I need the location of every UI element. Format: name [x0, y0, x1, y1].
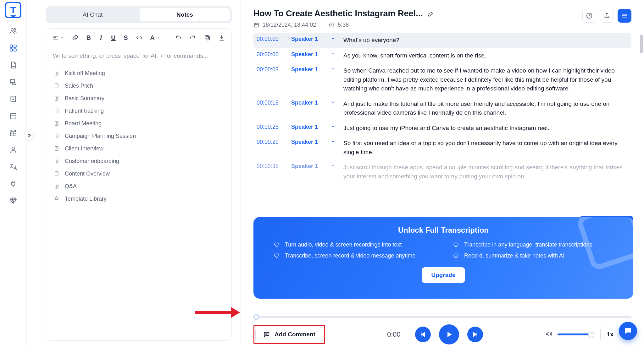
template-item[interactable]: Customer onboarding — [49, 155, 228, 167]
timestamp[interactable]: 00:00:00 — [257, 51, 286, 60]
textcolor-tool[interactable]: A — [150, 33, 160, 42]
template-label: Content Overview — [65, 171, 110, 177]
undo-tool[interactable] — [175, 33, 182, 42]
copy-tool[interactable] — [204, 33, 211, 42]
scrollbar-thumb[interactable] — [640, 35, 643, 53]
svg-rect-10 — [206, 36, 209, 40]
svg-point-0 — [11, 29, 14, 31]
speaker-select[interactable]: Speaker 1 — [291, 36, 323, 45]
svg-rect-11 — [205, 35, 208, 39]
chevron-down-icon[interactable] — [328, 100, 338, 117]
language-icon[interactable] — [9, 163, 17, 171]
strike-tool[interactable]: S — [123, 33, 128, 42]
template-item[interactable]: Sales Pitch — [49, 79, 228, 92]
header-actions — [582, 9, 631, 23]
diamond-icon[interactable] — [9, 197, 17, 205]
paragraph-menu[interactable] — [52, 33, 64, 42]
template-label: Sales Pitch — [65, 83, 93, 89]
history-button[interactable] — [582, 9, 596, 23]
transcript-text: As you know, short form vertical content… — [343, 51, 626, 60]
banner-feature: Turn audio, video & screen recordings in… — [274, 241, 434, 248]
template-item[interactable]: Basic Summary — [49, 92, 228, 105]
transcript-pane: How To Create Aesthetic Instagram Reel..… — [241, 0, 644, 347]
editor-placeholder[interactable]: Write something, or press 'space' for AI… — [46, 47, 231, 65]
document-icon[interactable] — [9, 61, 17, 69]
progress-bar[interactable] — [253, 312, 631, 322]
underline-tool[interactable]: U — [111, 33, 116, 42]
plugin-icon[interactable] — [9, 180, 17, 188]
template-item[interactable]: Campaign Planning Session — [49, 130, 228, 142]
svg-rect-2 — [10, 45, 13, 47]
transcript-row[interactable]: 00:00:00Speaker 1As you know, short form… — [253, 48, 631, 63]
edit-title-icon[interactable] — [427, 10, 434, 17]
svg-rect-22 — [254, 23, 258, 27]
volume-icon[interactable] — [545, 330, 552, 339]
template-item[interactable]: Q&A — [49, 180, 228, 192]
volume-slider[interactable] — [558, 333, 592, 335]
chevron-down-icon[interactable] — [328, 51, 338, 60]
timestamp[interactable]: 00:00:25 — [257, 124, 286, 133]
timestamp[interactable]: 00:00:29 — [257, 139, 286, 157]
download-notes-tool[interactable] — [218, 33, 225, 42]
speaker-select[interactable]: Speaker 1 — [291, 124, 323, 133]
profile-icon[interactable] — [9, 146, 17, 154]
template-item[interactable]: Kick off Meeting — [49, 67, 228, 79]
timestamp[interactable]: 00:00:18 — [257, 100, 286, 117]
template-item[interactable]: Client Interview — [49, 142, 228, 155]
speaker-select[interactable]: Speaker 1 — [291, 139, 323, 157]
chevron-down-icon[interactable] — [328, 163, 338, 181]
calendar-icon[interactable] — [9, 112, 17, 120]
speaker-select[interactable]: Speaker 1 — [291, 163, 323, 181]
svg-point-1 — [14, 29, 16, 30]
bold-tool[interactable]: B — [86, 33, 91, 42]
upgrade-button[interactable]: Upgrade — [422, 267, 465, 283]
chat-fab[interactable] — [619, 322, 637, 340]
people-icon[interactable] — [9, 27, 17, 35]
player-right-controls: 1x — [545, 327, 631, 342]
link-tool[interactable] — [72, 33, 79, 42]
template-label: Patient tracking — [65, 108, 104, 114]
chevron-down-icon[interactable] — [328, 139, 338, 157]
speaker-select[interactable]: Speaker 1 — [291, 51, 323, 60]
next-button[interactable] — [467, 327, 483, 342]
transcript-text: And just to make this tutorial a little … — [343, 100, 626, 117]
chevron-down-icon[interactable] — [328, 36, 338, 45]
tab-notes[interactable]: Notes — [140, 8, 230, 21]
play-button[interactable] — [439, 324, 459, 344]
chevron-down-icon[interactable] — [328, 124, 338, 133]
prev-button[interactable] — [415, 327, 431, 342]
gift-icon[interactable] — [9, 129, 17, 137]
timestamp[interactable]: 00:00:03 — [257, 66, 286, 93]
svg-rect-7 — [10, 113, 16, 119]
current-time: 0:00 — [387, 330, 401, 339]
share-button[interactable] — [600, 9, 614, 23]
transcript-row[interactable]: 00:00:25Speaker 1Just going to use my iP… — [253, 121, 631, 136]
chevron-down-icon[interactable] — [328, 66, 338, 93]
redo-tool[interactable] — [189, 33, 196, 42]
volume-control[interactable] — [545, 330, 592, 339]
speaker-select[interactable]: Speaker 1 — [291, 100, 323, 117]
speaker-select[interactable]: Speaker 1 — [291, 66, 323, 93]
template-item[interactable]: Patient tracking — [49, 105, 228, 117]
italic-tool[interactable]: I — [98, 33, 103, 42]
transcript-row[interactable]: 00:00:29Speaker 1So first you need an id… — [253, 136, 631, 160]
dashboard-icon[interactable] — [9, 44, 17, 52]
transcript-row[interactable]: 00:00:35Speaker 1Just scroll through the… — [253, 160, 631, 184]
timestamp[interactable]: 00:00:35 — [257, 163, 286, 181]
notes-card: B I U S A Write something, or press 'spa… — [46, 28, 232, 341]
add-comment-button[interactable]: Add Comment — [255, 327, 323, 342]
menu-button[interactable] — [618, 9, 631, 23]
notes-icon[interactable] — [9, 95, 17, 103]
template-label: Q&A — [65, 183, 77, 190]
transcript-text: So when Canva reached out to me to see i… — [343, 66, 626, 93]
template-item[interactable]: Content Overview — [49, 167, 228, 180]
template-item[interactable]: Board Meeting — [49, 117, 228, 130]
chat-icon[interactable] — [9, 78, 17, 86]
timestamp[interactable]: 00:00:00 — [257, 36, 286, 45]
transcript-row[interactable]: 00:00:03Speaker 1So when Canva reached o… — [253, 63, 631, 96]
transcript-row[interactable]: 00:00:18Speaker 1And just to make this t… — [253, 96, 631, 121]
transcript-row[interactable]: 00:00:00Speaker 1What's up everyone? — [253, 33, 631, 48]
template-item[interactable]: Template Library — [49, 192, 228, 205]
tab-ai-chat[interactable]: AI Chat — [47, 8, 138, 21]
code-tool[interactable] — [136, 33, 143, 42]
